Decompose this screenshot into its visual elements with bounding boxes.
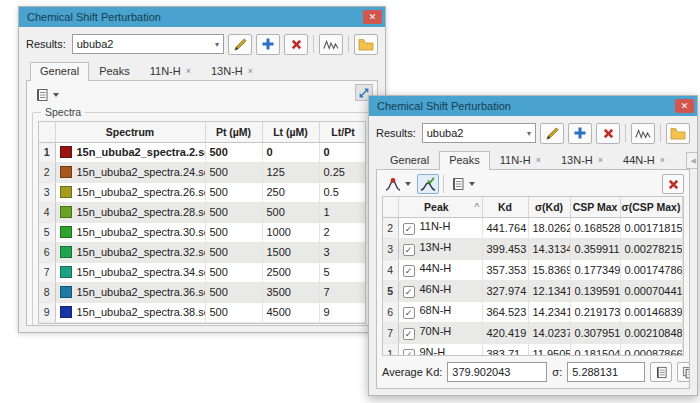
peak-checkbox[interactable]: ✓ (403, 265, 415, 277)
row-header[interactable]: 2 (383, 217, 398, 238)
table-row[interactable]: 6 ✓68N-H 364.523 14.2341 0.219173 0.0014… (383, 301, 683, 322)
csp-max-cell[interactable]: 0.219173 (570, 301, 620, 322)
peaks-list-menu-button[interactable] (448, 174, 478, 194)
lt-cell[interactable]: 4500 (262, 302, 319, 322)
peak-checkbox[interactable]: ✓ (403, 244, 415, 256)
ltpt-cell[interactable]: 3 (319, 242, 366, 262)
csp-max-cell[interactable]: 0.359911 (570, 238, 620, 259)
row-header[interactable]: 6 (39, 242, 55, 262)
peak-checkbox[interactable]: ✓ (403, 328, 415, 340)
table-row[interactable]: 2 15n_ububa2_spectra.24.ser 500 125 0.25 (39, 162, 366, 182)
table-row[interactable]: 4 ✓44N-H 357.353 15.8369 0.177349 0.0017… (383, 259, 683, 280)
pt-cell[interactable]: 500 (205, 162, 262, 182)
ltpt-cell[interactable]: 5 (319, 262, 366, 282)
table-row[interactable]: 1 15n_ububa2_spectra.2.ser 500 0 0 (39, 142, 366, 162)
fit-peaks-button[interactable] (417, 174, 439, 194)
delete-results-button[interactable] (284, 34, 308, 55)
tab-11n-h[interactable]: 11N-H × (140, 62, 201, 80)
tab-46n-h[interactable]: 46N (675, 151, 686, 169)
row-header[interactable]: 1 (39, 142, 55, 162)
row-header[interactable]: 7 (39, 262, 55, 282)
ltpt-cell[interactable]: 1 (319, 202, 366, 222)
sigma-csp-max-cell[interactable]: 0.00171815 (620, 217, 682, 238)
tab-11n-h[interactable]: 11N-H × (490, 151, 551, 169)
tab-close-icon[interactable]: × (248, 66, 253, 76)
pt-cell[interactable]: 500 (205, 202, 262, 222)
ltpt-cell[interactable]: 0.25 (319, 162, 366, 182)
col-lt[interactable]: Lt (µM) (262, 122, 319, 142)
peak-checkbox[interactable]: ✓ (403, 286, 415, 298)
tab-close-icon[interactable]: × (598, 155, 603, 165)
pt-cell[interactable]: 500 (205, 302, 262, 322)
show-spectra-button[interactable] (319, 34, 343, 55)
peak-checkbox[interactable]: ✓ (403, 349, 415, 356)
csp-max-cell[interactable]: 0.181504 (570, 343, 620, 356)
kd-cell[interactable]: 357.353 (482, 259, 528, 280)
sigma-kd-cell[interactable]: 12.1341 (528, 280, 570, 301)
table-row[interactable]: 6 15n_ububa2_spectra.32.ser 500 1500 3 (39, 242, 366, 262)
window-close-button[interactable]: ✕ (675, 99, 694, 113)
table-row[interactable]: 7 15n_ububa2_spectra.34.ser 500 2500 5 (39, 262, 366, 282)
row-header[interactable]: 1 (383, 343, 398, 356)
row-header[interactable]: 4 (39, 202, 55, 222)
tab-peaks[interactable]: Peaks (439, 151, 490, 170)
sigma-csp-max-cell[interactable]: 0.00210848 (620, 322, 682, 343)
col-sigma-csp-max[interactable]: σ(CSP Max) (620, 197, 682, 217)
csp-max-cell[interactable]: 0.177349 (570, 259, 620, 280)
csp-max-cell[interactable]: 0.139591 (570, 280, 620, 301)
sigma-kd-cell[interactable]: 15.8369 (528, 259, 570, 280)
col-ltpt[interactable]: Lt/Pt (319, 122, 366, 142)
col-csp-max[interactable]: CSP Max (570, 197, 620, 217)
sigma-csp-max-cell[interactable]: 0.00146839 (620, 301, 682, 322)
tab-44n-h[interactable]: 44N-H × (613, 151, 675, 169)
table-row-selected[interactable]: 5 ✓46N-H 327.974 12.1341 0.139591 0.0007… (383, 280, 683, 301)
show-spectra-button[interactable] (631, 123, 655, 144)
scroll-left-button[interactable]: ◀ (686, 152, 698, 169)
sigma-kd-cell[interactable]: 14.2341 (528, 301, 570, 322)
ltpt-cell[interactable]: 9 (319, 302, 366, 322)
tab-peaks[interactable]: Peaks (89, 62, 140, 80)
average-kd-field[interactable] (447, 362, 547, 382)
copy-table-button[interactable] (677, 362, 690, 382)
add-results-button[interactable] (256, 34, 280, 55)
col-peak[interactable]: Peak^ (398, 197, 482, 217)
table-row[interactable]: 3 15n_ububa2_spectra.26.ser 500 250 0.5 (39, 182, 366, 202)
add-results-button[interactable] (568, 123, 592, 144)
row-header[interactable]: 2 (39, 162, 55, 182)
kd-cell[interactable]: 364.523 (482, 301, 528, 322)
sigma-kd-cell[interactable]: 14.0237 (528, 322, 570, 343)
lt-cell[interactable]: 3500 (262, 282, 319, 302)
peak-checkbox[interactable]: ✓ (403, 223, 415, 235)
row-header[interactable]: 5 (383, 280, 398, 301)
window-close-button[interactable]: ✕ (363, 10, 382, 24)
pt-cell[interactable]: 500 (205, 282, 262, 302)
col-spectrum[interactable]: Spectrum (55, 122, 205, 142)
tab-close-icon[interactable]: × (660, 155, 665, 165)
kd-cell[interactable]: 327.974 (482, 280, 528, 301)
pt-cell[interactable]: 500 (205, 242, 262, 262)
table-row[interactable]: 5 15n_ububa2_spectra.30.ser 500 1000 2 (39, 222, 366, 242)
row-header[interactable]: 8 (39, 282, 55, 302)
row-header[interactable]: 5 (39, 222, 55, 242)
remove-peak-button[interactable] (662, 174, 684, 194)
kd-cell[interactable]: 383.71 (482, 343, 528, 356)
kd-cell[interactable]: 441.764 (482, 217, 528, 238)
table-row[interactable]: 4 15n_ububa2_spectra.28.ser 500 500 1 (39, 202, 366, 222)
sigma-kd-cell[interactable]: 18.0262 (528, 217, 570, 238)
delete-results-button[interactable] (596, 123, 620, 144)
tab-close-icon[interactable]: × (186, 66, 191, 76)
export-list-button[interactable] (650, 362, 672, 382)
row-header[interactable]: 6 (383, 301, 398, 322)
col-kd[interactable]: Kd (482, 197, 528, 217)
row-header[interactable]: 3 (39, 182, 55, 202)
sigma-csp-max-cell[interactable]: 0.000878667 (620, 343, 682, 356)
pt-cell[interactable]: 500 (205, 182, 262, 202)
table-row[interactable]: 8 15n_ububa2_spectra.36.ser 500 3500 7 (39, 282, 366, 302)
tab-general[interactable]: General (380, 151, 439, 169)
table-row[interactable]: 9 15n_ububa2_spectra.38.ser 500 4500 9 (39, 302, 366, 322)
spectra-list-menu-button[interactable] (32, 85, 62, 105)
row-header[interactable]: 4 (383, 259, 398, 280)
lt-cell[interactable]: 1500 (262, 242, 319, 262)
lt-cell[interactable]: 2500 (262, 262, 319, 282)
ltpt-cell[interactable]: 2 (319, 222, 366, 242)
